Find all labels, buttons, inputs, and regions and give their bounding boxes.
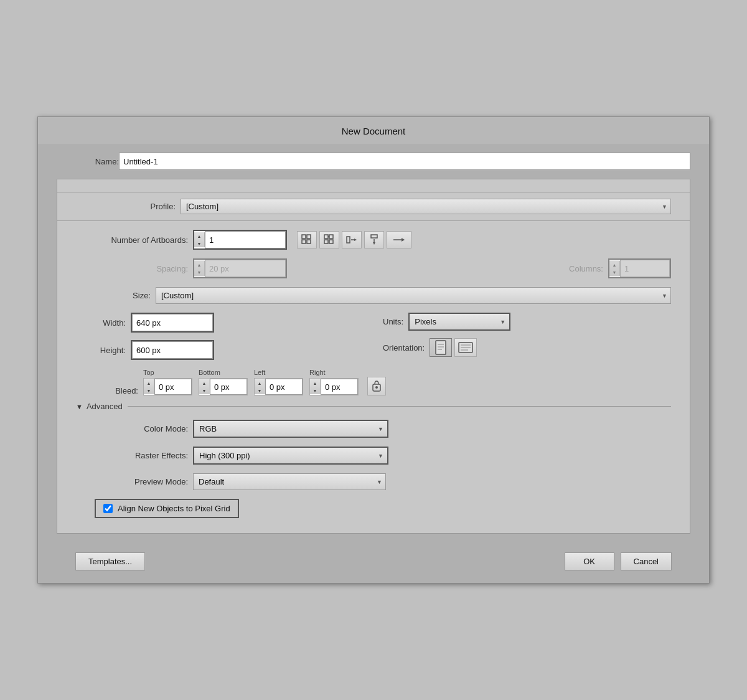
layout-row-icon[interactable] — [342, 231, 362, 248]
cancel-button[interactable]: Cancel — [621, 552, 672, 570]
artboard-layout-icons — [297, 231, 411, 248]
bleed-top-arrows: ▲ ▼ — [144, 379, 154, 394]
columns-input[interactable]: 1 — [620, 260, 670, 277]
bleed-left-arrows: ▲ ▼ — [255, 379, 265, 394]
bleed-right-group: Right ▲ ▼ 0 px — [309, 369, 359, 395]
bleed-top-input[interactable]: 0 px — [154, 379, 192, 395]
columns-up-arrow[interactable]: ▲ — [609, 261, 619, 268]
svg-rect-17 — [436, 341, 446, 354]
layout-col-icon[interactable] — [364, 231, 384, 248]
columns-label: Columns: — [569, 264, 603, 273]
bleed-bottom-input[interactable]: 0 px — [210, 379, 247, 395]
raster-row: Raster Effects: High (300 ppi) Medium (1… — [95, 447, 671, 465]
profile-label: Profile: — [76, 202, 176, 211]
pixelgrid-row: Align New Objects to Pixel Grid — [95, 499, 671, 518]
artboards-input[interactable]: 1 — [205, 231, 286, 248]
size-select[interactable]: [Custom] Letter Legal Tabloid A4 A3 — [156, 287, 671, 304]
portrait-button[interactable] — [430, 338, 452, 357]
bleed-top-up[interactable]: ▲ — [144, 379, 154, 387]
width-input[interactable]: 640 px — [132, 314, 213, 331]
raster-select[interactable]: High (300 ppi) Medium (150 ppi) Low (72 … — [194, 448, 387, 463]
new-document-dialog: New Document Name: Untitled-1 Profile: [… — [37, 116, 710, 584]
spacing-spinner: ▲ ▼ 20 px — [193, 258, 287, 278]
bleed-bottom-down[interactable]: ▼ — [199, 387, 209, 394]
layout-grid2-icon[interactable] — [319, 231, 339, 248]
svg-marker-14 — [373, 242, 375, 245]
colormode-select-wrapper: RGB CMYK Grayscale — [193, 420, 388, 438]
artboards-arrows: ▲ ▼ — [194, 232, 205, 247]
svg-rect-6 — [324, 240, 328, 244]
colormode-select[interactable]: RGB CMYK Grayscale — [194, 421, 387, 437]
bleed-left-down[interactable]: ▼ — [255, 387, 265, 394]
bleed-left-up[interactable]: ▲ — [255, 379, 265, 387]
svg-marker-16 — [402, 238, 405, 242]
profile-select-wrap: [Custom] Print Web Mobile Video and Film… — [181, 199, 671, 214]
bleed-left-input[interactable]: 0 px — [265, 379, 303, 395]
preview-select[interactable]: Default Pixel Overprint — [193, 473, 386, 490]
svg-rect-4 — [324, 235, 328, 239]
orientation-label: Orientation: — [383, 343, 425, 352]
size-label: Size: — [76, 291, 151, 300]
bleed-left-group: Left ▲ ▼ 0 px — [254, 369, 303, 395]
units-select[interactable]: Pixels Points Picas Inches Millimeters C… — [410, 314, 509, 329]
bleed-right-input[interactable]: 0 px — [321, 379, 358, 395]
raster-select-wrapper: High (300 ppi) Medium (150 ppi) Low (72 … — [193, 447, 388, 465]
bleed-right-up[interactable]: ▲ — [310, 379, 320, 387]
profile-select[interactable]: [Custom] Print Web Mobile Video and Film… — [181, 199, 671, 214]
pixelgrid-checkbox[interactable] — [103, 504, 113, 513]
ok-button[interactable]: OK — [565, 552, 614, 570]
bleed-top-spinner: ▲ ▼ 0 px — [143, 378, 192, 395]
columns-arrows: ▲ ▼ — [609, 261, 620, 276]
svg-marker-11 — [354, 239, 357, 241]
advanced-header[interactable]: ▼ Advanced — [76, 402, 671, 411]
templates-button[interactable]: Templates... — [75, 552, 145, 570]
width-input-wrapper: 640 px — [131, 313, 214, 333]
name-input[interactable]: Untitled-1 — [119, 153, 690, 170]
spacing-arrows: ▲ ▼ — [194, 261, 205, 276]
artboards-up-arrow[interactable]: ▲ — [194, 232, 204, 240]
layout-arrow-icon[interactable] — [387, 231, 411, 248]
dialog-body: Name: Untitled-1 Profile: [Custom] Print… — [38, 153, 709, 570]
colormode-label: Color Mode: — [95, 424, 188, 433]
artboards-down-arrow[interactable]: ▼ — [194, 240, 204, 247]
spacing-label: Spacing: — [76, 264, 188, 273]
bleed-top-down[interactable]: ▼ — [144, 387, 154, 394]
footer-right-buttons: OK Cancel — [565, 552, 672, 570]
svg-rect-0 — [302, 235, 306, 239]
columns-spinner: ▲ ▼ 1 — [608, 258, 671, 278]
bleed-right-label: Right — [309, 369, 326, 376]
columns-down-arrow[interactable]: ▼ — [609, 268, 619, 276]
bleed-label: Bleed: — [76, 386, 138, 395]
height-input-wrapper: 600 px — [131, 340, 214, 360]
units-label: Units: — [383, 317, 403, 326]
bleed-link-button[interactable] — [367, 377, 386, 395]
height-input[interactable]: 600 px — [132, 341, 213, 359]
size-row: Size: [Custom] Letter Legal Tabloid A4 A… — [76, 287, 671, 304]
width-row: Width: 640 px — [76, 313, 364, 333]
bleed-left-label: Left — [254, 369, 265, 376]
dialog-title: New Document — [38, 117, 709, 144]
spacing-input[interactable]: 20 px — [205, 260, 286, 277]
layout-grid-icon[interactable] — [297, 231, 317, 248]
artboards-row: Number of Artboards: ▲ ▼ 1 — [76, 230, 671, 250]
svg-rect-2 — [302, 240, 306, 244]
bleed-right-down[interactable]: ▼ — [310, 387, 320, 394]
advanced-triangle-icon: ▼ — [76, 403, 83, 410]
columns-section: Columns: ▲ ▼ 1 — [569, 258, 671, 278]
bleed-top-group: Top ▲ ▼ 0 px — [143, 369, 192, 395]
artboards-spinner: ▲ ▼ 1 — [193, 230, 287, 250]
raster-label: Raster Effects: — [95, 451, 188, 460]
pixelgrid-label[interactable]: Align New Objects to Pixel Grid — [118, 504, 230, 513]
size-select-wrapper: [Custom] Letter Legal Tabloid A4 A3 — [156, 287, 671, 304]
bleed-bottom-label: Bottom — [199, 369, 220, 376]
spacing-down-arrow[interactable]: ▼ — [194, 268, 204, 276]
spacing-up-arrow[interactable]: ▲ — [194, 261, 204, 268]
svg-rect-9 — [347, 237, 350, 243]
landscape-button[interactable] — [454, 338, 477, 357]
pixelgrid-wrapper: Align New Objects to Pixel Grid — [95, 499, 239, 518]
artboards-label: Number of Artboards: — [76, 235, 188, 245]
svg-rect-7 — [329, 240, 333, 244]
inner-panel: Profile: [Custom] Print Web Mobile Video… — [57, 179, 690, 534]
bleed-bottom-up[interactable]: ▲ — [199, 379, 209, 387]
advanced-divider — [128, 406, 671, 407]
